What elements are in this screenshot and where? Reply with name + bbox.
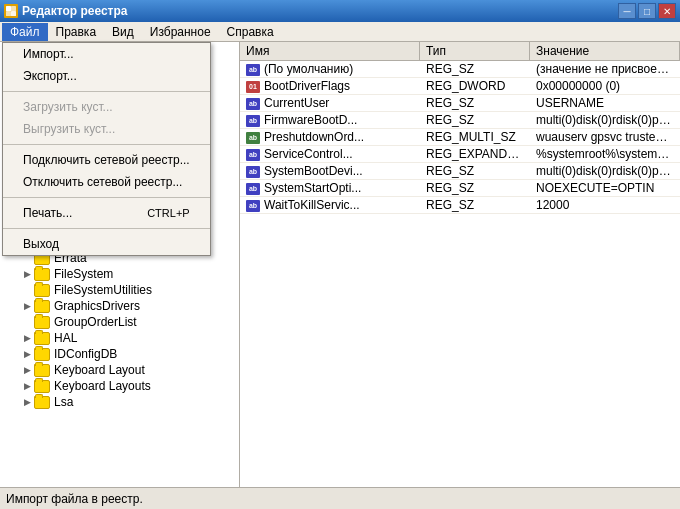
file-dropdown-menu: Импорт... Экспорт... Загрузить куст... В… xyxy=(2,42,211,256)
menu-separator-3 xyxy=(3,197,210,198)
svg-rect-3 xyxy=(11,11,16,16)
expand-icon[interactable]: ▶ xyxy=(20,347,34,361)
minimize-button[interactable]: ─ xyxy=(618,3,636,19)
entry-name-text: ServiceControl... xyxy=(264,147,353,161)
menu-help[interactable]: Справка xyxy=(219,23,282,41)
expand-icon[interactable]: ▶ xyxy=(20,299,34,313)
expand-icon[interactable] xyxy=(20,315,34,329)
title-bar: Редактор реестра ─ □ ✕ xyxy=(0,0,680,22)
entry-type: REG_SZ xyxy=(420,61,530,77)
app-icon xyxy=(4,4,18,18)
title-bar-left: Редактор реестра xyxy=(4,4,127,18)
column-name[interactable]: Имя xyxy=(240,42,420,60)
table-row[interactable]: abServiceControl...REG_EXPAND_SZ%systemr… xyxy=(240,146,680,163)
tree-item[interactable]: ▶FileSystem xyxy=(0,266,239,282)
menu-separator-2 xyxy=(3,144,210,145)
table-row[interactable]: abSystemStartOpti...REG_SZNOEXECUTE=OPTI… xyxy=(240,180,680,197)
entry-name-text: PreshutdownOrd... xyxy=(264,130,364,144)
tree-item[interactable]: ▶Keyboard Layouts xyxy=(0,378,239,394)
menu-disconnect-registry[interactable]: Отключить сетевой реестр... xyxy=(3,171,210,193)
menu-import[interactable]: Импорт... xyxy=(3,43,210,65)
entry-type: REG_MULTI_SZ xyxy=(420,129,530,145)
svg-rect-2 xyxy=(6,11,11,16)
tree-item-label: FileSystemUtilities xyxy=(54,283,152,297)
folder-icon xyxy=(34,364,50,377)
reg-type-icon: ab xyxy=(246,166,260,178)
folder-icon xyxy=(34,284,50,297)
menu-exit[interactable]: Выход xyxy=(3,233,210,255)
table-header: Имя Тип Значение xyxy=(240,42,680,61)
expand-icon[interactable]: ▶ xyxy=(20,363,34,377)
table-row[interactable]: ab(По умолчанию)REG_SZ(значение не присв… xyxy=(240,61,680,78)
expand-icon[interactable]: ▶ xyxy=(20,395,34,409)
entry-value: multi(0)disk(0)rdisk(0)partition(2) xyxy=(530,163,680,179)
tree-item-label: GraphicsDrivers xyxy=(54,299,140,313)
column-type[interactable]: Тип xyxy=(420,42,530,60)
column-value[interactable]: Значение xyxy=(530,42,680,60)
maximize-button[interactable]: □ xyxy=(638,3,656,19)
entry-name: abWaitToKillServic... xyxy=(240,197,420,213)
reg-type-icon: ab xyxy=(246,200,260,212)
menu-favorites[interactable]: Избранное xyxy=(142,23,219,41)
table-row[interactable]: abWaitToKillServic...REG_SZ12000 xyxy=(240,197,680,214)
tree-item-label: FileSystem xyxy=(54,267,113,281)
entry-name: abCurrentUser xyxy=(240,95,420,111)
menu-bar: Файл Правка Вид Избранное Справка xyxy=(0,22,680,42)
status-text: Импорт файла в реестр. xyxy=(6,492,143,506)
table-row[interactable]: abFirmwareBootD...REG_SZmulti(0)disk(0)r… xyxy=(240,112,680,129)
folder-icon xyxy=(34,348,50,361)
tree-item[interactable]: ▶Keyboard Layout xyxy=(0,362,239,378)
window-controls: ─ □ ✕ xyxy=(618,3,676,19)
menu-file[interactable]: Файл xyxy=(2,23,48,41)
folder-icon xyxy=(34,396,50,409)
entry-name: abServiceControl... xyxy=(240,146,420,162)
folder-icon xyxy=(34,268,50,281)
expand-icon[interactable]: ▶ xyxy=(20,267,34,281)
table-row[interactable]: abCurrentUserREG_SZUSERNAME xyxy=(240,95,680,112)
tree-item[interactable]: ▶IDConfigDB xyxy=(0,346,239,362)
tree-item[interactable]: ▶HAL xyxy=(0,330,239,346)
folder-icon xyxy=(34,316,50,329)
menu-connect-registry[interactable]: Подключить сетевой реестр... xyxy=(3,149,210,171)
svg-rect-1 xyxy=(11,6,16,11)
menu-export[interactable]: Экспорт... xyxy=(3,65,210,87)
entry-name: abSystemBootDevi... xyxy=(240,163,420,179)
expand-icon[interactable] xyxy=(20,283,34,297)
menu-edit[interactable]: Правка xyxy=(48,23,105,41)
expand-icon[interactable]: ▶ xyxy=(20,379,34,393)
tree-item-label: Keyboard Layouts xyxy=(54,379,151,393)
menu-separator-4 xyxy=(3,228,210,229)
entry-type: REG_SZ xyxy=(420,180,530,196)
entry-value: (значение не присвоено) xyxy=(530,61,680,77)
entry-name-text: SystemStartOpti... xyxy=(264,181,361,195)
tree-item[interactable]: FileSystemUtilities xyxy=(0,282,239,298)
entry-name: abPreshutdownOrd... xyxy=(240,129,420,145)
expand-icon[interactable]: ▶ xyxy=(20,331,34,345)
reg-type-icon: ab xyxy=(246,64,260,76)
menu-print[interactable]: Печать... CTRL+P xyxy=(3,202,210,224)
entry-value: %systemroot%\system32\scext.dll xyxy=(530,146,680,162)
entry-value: 12000 xyxy=(530,197,680,213)
entry-type: REG_SZ xyxy=(420,163,530,179)
close-button[interactable]: ✕ xyxy=(658,3,676,19)
reg-type-icon: ab xyxy=(246,115,260,127)
tree-item[interactable]: ▶Lsa xyxy=(0,394,239,410)
entry-type: REG_SZ xyxy=(420,95,530,111)
reg-type-icon: ab xyxy=(246,98,260,110)
entry-type: REG_EXPAND_SZ xyxy=(420,146,530,162)
table-row[interactable]: abPreshutdownOrd...REG_MULTI_SZwuauserv … xyxy=(240,129,680,146)
menu-view[interactable]: Вид xyxy=(104,23,142,41)
entry-value: 0x00000000 (0) xyxy=(530,78,680,94)
table-row[interactable]: abSystemBootDevi...REG_SZmulti(0)disk(0)… xyxy=(240,163,680,180)
entry-value: wuauserv gpsvс trustedinstaller xyxy=(530,129,680,145)
folder-icon xyxy=(34,380,50,393)
tree-item[interactable]: ▶GraphicsDrivers xyxy=(0,298,239,314)
entry-type: REG_SZ xyxy=(420,112,530,128)
tree-item[interactable]: GroupOrderList xyxy=(0,314,239,330)
entry-name: abSystemStartOpti... xyxy=(240,180,420,196)
registry-entries-list: ab(По умолчанию)REG_SZ(значение не присв… xyxy=(240,61,680,214)
entry-name-text: FirmwareBootD... xyxy=(264,113,357,127)
entry-type: REG_SZ xyxy=(420,197,530,213)
table-row[interactable]: 01BootDriverFlagsREG_DWORD0x00000000 (0) xyxy=(240,78,680,95)
entry-name: 01BootDriverFlags xyxy=(240,78,420,94)
